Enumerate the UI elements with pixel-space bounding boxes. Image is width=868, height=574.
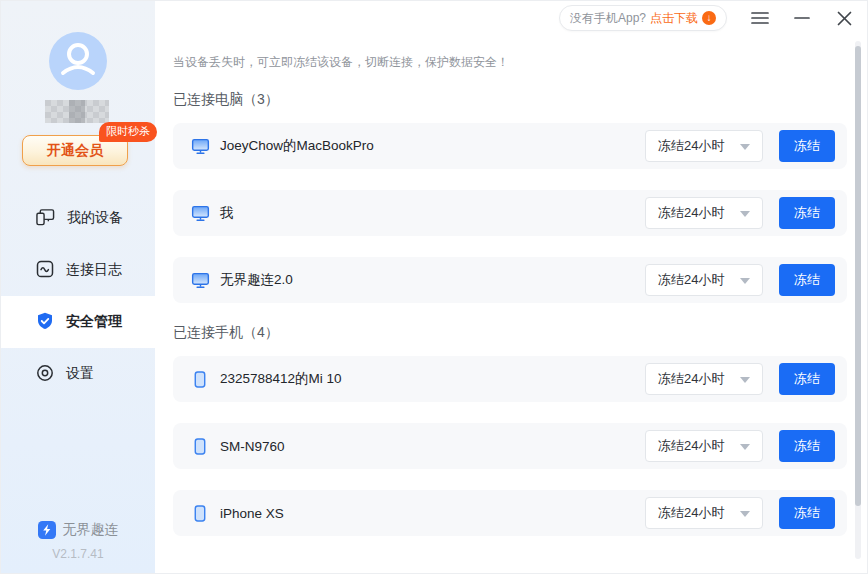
freeze-duration-value: 冻结24小时 bbox=[658, 370, 724, 388]
computer-icon bbox=[189, 272, 211, 289]
chevron-down-icon bbox=[740, 511, 750, 517]
device-row: SM-N9760冻结24小时冻结 bbox=[173, 423, 847, 469]
minimize-icon[interactable] bbox=[793, 9, 811, 27]
sidebar-menu: 我的设备连接日志安全管理设置 bbox=[1, 192, 155, 400]
sidebar-item-4[interactable]: 设置 bbox=[1, 348, 155, 400]
freeze-button[interactable]: 冻结 bbox=[779, 497, 835, 529]
device-name: 无界趣连2.0 bbox=[220, 271, 293, 289]
freeze-duration-select[interactable]: 冻结24小时 bbox=[645, 363, 763, 395]
device-row: 我冻结24小时冻结 bbox=[173, 190, 847, 236]
sidebar-item-3[interactable]: 安全管理 bbox=[1, 296, 155, 348]
freeze-duration-value: 冻结24小时 bbox=[658, 504, 724, 522]
download-icon: ↓ bbox=[702, 11, 716, 25]
freeze-duration-select[interactable]: 冻结24小时 bbox=[645, 264, 763, 296]
download-app-button[interactable]: 没有手机App? 点击下载 ↓ bbox=[559, 5, 727, 31]
sidebar: 开通会员 限时秒杀 我的设备连接日志安全管理设置 无界趣连 V2.1.7.41 bbox=[1, 1, 155, 573]
device-row: iPhone XS冻结24小时冻结 bbox=[173, 490, 847, 536]
device-name: JoeyChow的MacBookPro bbox=[220, 137, 374, 155]
freeze-duration-value: 冻结24小时 bbox=[658, 204, 724, 222]
freeze-button[interactable]: 冻结 bbox=[779, 197, 835, 229]
avatar bbox=[49, 32, 107, 90]
censored-username bbox=[45, 100, 109, 123]
chevron-down-icon bbox=[740, 377, 750, 383]
freeze-duration-value: 冻结24小时 bbox=[658, 437, 724, 455]
sidebar-item-label: 设置 bbox=[66, 365, 94, 383]
security-shield-icon bbox=[36, 312, 54, 333]
chevron-down-icon bbox=[740, 144, 750, 150]
menu-icon[interactable] bbox=[751, 9, 769, 27]
sidebar-footer: 无界趣连 V2.1.7.41 bbox=[1, 521, 155, 561]
user-icon bbox=[49, 32, 107, 90]
sidebar-item-label: 连接日志 bbox=[66, 261, 122, 279]
my-devices-icon bbox=[36, 208, 55, 229]
computer-icon bbox=[189, 138, 211, 155]
device-name: 我 bbox=[220, 204, 234, 222]
device-name: 2325788412的Mi 10 bbox=[220, 370, 342, 388]
freeze-duration-select[interactable]: 冻结24小时 bbox=[645, 497, 763, 529]
brand-logo-icon bbox=[38, 521, 56, 539]
device-row: JoeyChow的MacBookPro冻结24小时冻结 bbox=[173, 123, 847, 169]
security-tip-text: 当设备丢失时，可立即冻结该设备，切断连接，保护数据安全！ bbox=[173, 54, 847, 71]
computer-icon bbox=[189, 205, 211, 222]
freeze-button[interactable]: 冻结 bbox=[779, 264, 835, 296]
freeze-duration-select[interactable]: 冻结24小时 bbox=[645, 197, 763, 229]
settings-icon bbox=[36, 364, 54, 385]
freeze-duration-select[interactable]: 冻结24小时 bbox=[645, 430, 763, 462]
device-row: 无界趣连2.0冻结24小时冻结 bbox=[173, 257, 847, 303]
freeze-duration-select[interactable]: 冻结24小时 bbox=[645, 130, 763, 162]
phone-icon bbox=[189, 371, 211, 388]
device-row: 2325788412的Mi 10冻结24小时冻结 bbox=[173, 356, 847, 402]
connection-log-icon bbox=[36, 260, 54, 281]
title-bar: 没有手机App? 点击下载 ↓ bbox=[155, 1, 867, 35]
pill-action-text: 点击下载 bbox=[650, 10, 698, 27]
device-section: 已连接手机（4）2325788412的Mi 10冻结24小时冻结SM-N9760… bbox=[173, 324, 847, 536]
close-icon[interactable] bbox=[835, 9, 853, 27]
freeze-button[interactable]: 冻结 bbox=[779, 363, 835, 395]
app-version: V2.1.7.41 bbox=[1, 547, 155, 561]
sidebar-item-1[interactable]: 我的设备 bbox=[1, 192, 155, 244]
pill-question-text: 没有手机App? bbox=[570, 10, 646, 27]
chevron-down-icon bbox=[740, 278, 750, 284]
sidebar-item-label: 安全管理 bbox=[66, 313, 122, 331]
main-content: 当设备丢失时，可立即冻结该设备，切断连接，保护数据安全！ 已连接电脑（3）Joe… bbox=[173, 35, 847, 557]
flash-sale-badge: 限时秒杀 bbox=[99, 122, 157, 142]
freeze-duration-value: 冻结24小时 bbox=[658, 271, 724, 289]
chevron-down-icon bbox=[740, 211, 750, 217]
sidebar-item-2[interactable]: 连接日志 bbox=[1, 244, 155, 296]
phone-icon bbox=[189, 505, 211, 522]
device-sections: 已连接电脑（3）JoeyChow的MacBookPro冻结24小时冻结我冻结24… bbox=[173, 91, 847, 536]
scrollbar-thumb[interactable] bbox=[855, 46, 861, 506]
device-name: iPhone XS bbox=[220, 506, 284, 521]
section-title: 已连接手机（4） bbox=[173, 324, 847, 342]
sidebar-item-label: 我的设备 bbox=[67, 209, 123, 227]
brand-name: 无界趣连 bbox=[63, 521, 119, 539]
freeze-button[interactable]: 冻结 bbox=[779, 430, 835, 462]
freeze-button[interactable]: 冻结 bbox=[779, 130, 835, 162]
chevron-down-icon bbox=[740, 444, 750, 450]
section-title: 已连接电脑（3） bbox=[173, 91, 847, 109]
freeze-duration-value: 冻结24小时 bbox=[658, 137, 724, 155]
phone-icon bbox=[189, 438, 211, 455]
device-name: SM-N9760 bbox=[220, 439, 285, 454]
device-section: 已连接电脑（3）JoeyChow的MacBookPro冻结24小时冻结我冻结24… bbox=[173, 91, 847, 303]
app-window: 开通会员 限时秒杀 我的设备连接日志安全管理设置 无界趣连 V2.1.7.41 … bbox=[0, 0, 868, 574]
